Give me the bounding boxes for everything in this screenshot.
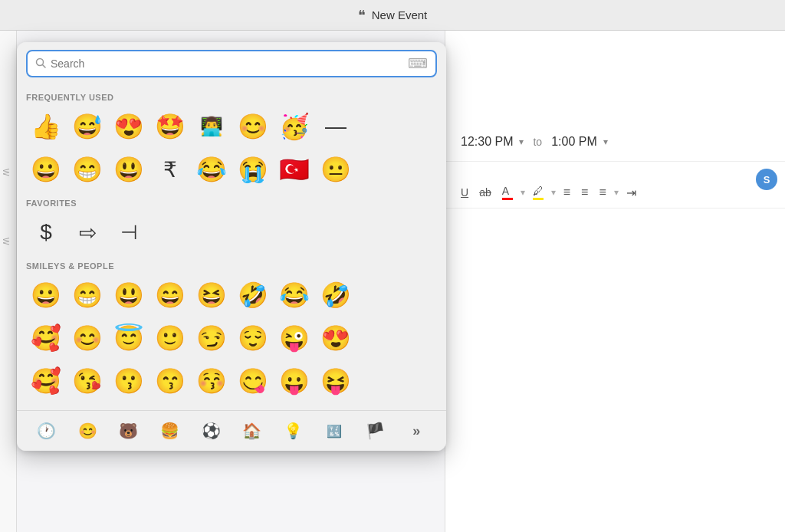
- start-time[interactable]: 12:30 PM: [461, 135, 513, 149]
- smileys-grid-3: 🥰 😘 😗 😙 😚 😋 😛 😝: [26, 361, 437, 401]
- list-item[interactable]: ⇨: [67, 212, 107, 252]
- list-item[interactable]: 🥳: [274, 107, 314, 146]
- list-item[interactable]: 😘: [67, 361, 107, 401]
- list-item[interactable]: 🤣: [233, 275, 273, 315]
- tab-symbols[interactable]: 🔣: [320, 417, 348, 445]
- favorites-grid: $ ⇨ ⊣: [26, 212, 437, 252]
- align-button[interactable]: ≡: [596, 184, 609, 201]
- frequently-used-grid-2: 😀 😁 😃 ₹ 😂 😭 🇹🇷 😐: [26, 149, 437, 189]
- smileys-grid-2: 🥰 😊 😇 🙂 😏 😌 😜 😍: [26, 318, 437, 358]
- list-item[interactable]: 😁: [67, 275, 107, 315]
- underline-button[interactable]: U: [458, 185, 471, 200]
- start-time-chevron[interactable]: ▾: [519, 136, 524, 147]
- end-time-chevron[interactable]: ▾: [603, 136, 608, 147]
- list-item[interactable]: ⊣: [109, 212, 149, 252]
- list-item[interactable]: 🥰: [26, 361, 66, 401]
- search-icon: [35, 57, 46, 71]
- strikethrough-button[interactable]: ab: [476, 185, 494, 200]
- list-item[interactable]: 🙂: [150, 318, 190, 358]
- list-item[interactable]: 😛: [274, 361, 314, 401]
- highlight-button[interactable]: 🖊: [530, 183, 547, 202]
- bullet-list-button[interactable]: ≡: [560, 184, 573, 201]
- highlight-chevron[interactable]: ▾: [551, 187, 556, 198]
- list-item[interactable]: 😚: [192, 361, 232, 401]
- tab-travel[interactable]: 🏠: [238, 417, 266, 445]
- list-item[interactable]: 🤩: [150, 107, 190, 146]
- list-item[interactable]: 😍: [316, 318, 356, 358]
- sidebar-label-1: W: [2, 169, 10, 176]
- list-item[interactable]: 😃: [109, 149, 149, 189]
- tab-flags[interactable]: 🏴: [362, 417, 389, 445]
- tab-smileys[interactable]: 😊: [74, 417, 101, 445]
- list-item[interactable]: 😭: [233, 149, 273, 189]
- list-item[interactable]: 😗: [109, 361, 149, 401]
- list-item[interactable]: 🤣: [316, 275, 356, 315]
- list-item[interactable]: 😊: [67, 318, 107, 358]
- list-item[interactable]: $: [26, 212, 66, 252]
- frequently-used-grid: 👍 😅 😍 🤩 👨‍💻 😊 🥳 —: [26, 107, 437, 146]
- window-title: New Event: [372, 8, 428, 21]
- list-item[interactable]: ₹: [150, 149, 190, 189]
- tab-food[interactable]: 🍔: [156, 417, 184, 445]
- emoji-content-area[interactable]: FREQUENTLY USED 👍 😅 😍 🤩 👨‍💻 😊 🥳 — 😀 😁 😃 …: [17, 84, 446, 410]
- new-event-icon: ❝: [358, 7, 366, 24]
- list-item[interactable]: 😂: [192, 149, 232, 189]
- list-item[interactable]: 😋: [233, 361, 273, 401]
- list-item[interactable]: 😝: [316, 361, 356, 401]
- search-input[interactable]: [51, 57, 403, 70]
- tab-animals[interactable]: 🐻: [115, 417, 143, 445]
- search-input-wrapper: ⌨: [26, 50, 437, 77]
- list-item[interactable]: 😌: [233, 318, 273, 358]
- avatar: S: [756, 169, 777, 190]
- list-item[interactable]: 😐: [316, 149, 356, 189]
- keyboard-icon[interactable]: ⌨: [408, 55, 428, 72]
- time-row: 12:30 PM ▾ to 1:00 PM ▾: [445, 123, 785, 162]
- font-color-button[interactable]: A: [499, 183, 516, 202]
- list-item[interactable]: 🥰: [26, 318, 66, 358]
- tab-recent[interactable]: 🕐: [33, 417, 61, 445]
- calendar-panel: 12:30 PM ▾ to 1:00 PM ▾ S U ab A ▾ 🖊 ▾ ≡…: [445, 31, 785, 532]
- tab-objects[interactable]: 💡: [279, 417, 307, 445]
- toolbar: U ab A ▾ 🖊 ▾ ≡ ≡ ≡ ▾ ⇥: [445, 177, 785, 209]
- section-title-smileys: SMILEYS & PEOPLE: [26, 255, 437, 275]
- tab-activities[interactable]: ⚽: [197, 417, 225, 445]
- end-time[interactable]: 1:00 PM: [551, 135, 597, 149]
- font-color-chevron[interactable]: ▾: [521, 187, 525, 198]
- list-item[interactable]: 😁: [67, 149, 107, 189]
- list-item[interactable]: 😇: [109, 318, 149, 358]
- list-item[interactable]: 😏: [192, 318, 232, 358]
- emoji-tab-bar: 🕐 😊 🐻 🍔 ⚽ 🏠 💡 🔣 🏴 »: [17, 410, 446, 451]
- numbered-list-button[interactable]: ≡: [578, 184, 591, 201]
- section-title-frequently-used: FREQUENTLY USED: [26, 87, 437, 107]
- list-item[interactable]: 😂: [274, 275, 314, 315]
- list-item[interactable]: 😄: [150, 275, 190, 315]
- emoji-picker: ⌨ FREQUENTLY USED 👍 😅 😍 🤩 👨‍💻 😊 🥳 — 😀 😁 …: [17, 42, 446, 451]
- title-bar: ❝ New Event: [0, 0, 785, 31]
- list-item[interactable]: —: [316, 107, 356, 146]
- list-item[interactable]: 🇹🇷: [274, 149, 314, 189]
- tab-more[interactable]: »: [402, 417, 430, 445]
- list-item[interactable]: 😀: [26, 149, 66, 189]
- left-sidebar: W W: [0, 31, 17, 532]
- list-item[interactable]: 😅: [67, 107, 107, 146]
- list-item[interactable]: 😀: [26, 275, 66, 315]
- list-item[interactable]: 😜: [274, 318, 314, 358]
- list-item[interactable]: 👍: [26, 107, 66, 146]
- search-bar-container: ⌨: [17, 42, 446, 84]
- list-item[interactable]: 😍: [109, 107, 149, 146]
- time-separator: to: [533, 136, 542, 148]
- smileys-grid: 😀 😁 😃 😄 😆 🤣 😂 🤣: [26, 275, 437, 315]
- list-item[interactable]: 😙: [150, 361, 190, 401]
- svg-line-1: [43, 64, 46, 67]
- list-item[interactable]: 😃: [109, 275, 149, 315]
- section-title-favorites: FAVORITES: [26, 192, 437, 212]
- sidebar-label-2: W: [2, 238, 10, 245]
- indent-button[interactable]: ⇥: [623, 184, 639, 202]
- list-item[interactable]: 👨‍💻: [192, 107, 232, 146]
- list-item[interactable]: 😆: [192, 275, 232, 315]
- align-chevron[interactable]: ▾: [614, 187, 619, 198]
- list-item[interactable]: 😊: [233, 107, 273, 146]
